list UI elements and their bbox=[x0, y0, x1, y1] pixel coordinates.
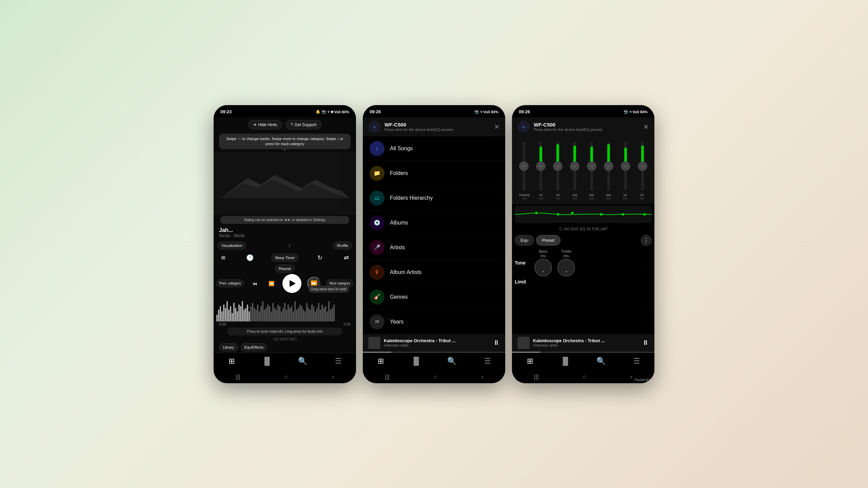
repeat-button[interactable]: Repeat bbox=[275, 265, 294, 273]
close-btn-2[interactable]: ✕ bbox=[494, 123, 500, 131]
wave-bar-33 bbox=[272, 303, 274, 321]
bottom-chart-btn-3[interactable]: ▐▌ bbox=[559, 356, 572, 367]
band-500-label: 500 0,0 bbox=[600, 193, 617, 200]
pause-btn-3[interactable]: ⏸ bbox=[642, 339, 649, 347]
waveform-svg bbox=[220, 168, 349, 198]
bottom-menu-btn[interactable]: ☰ bbox=[332, 356, 345, 367]
freq-62: 62 bbox=[550, 193, 567, 197]
preamp-thumb[interactable] bbox=[519, 161, 529, 171]
wave-bar-9 bbox=[232, 313, 233, 321]
svg-point-4 bbox=[556, 213, 559, 216]
rewind-btn[interactable]: ⏪ bbox=[266, 278, 277, 289]
bottom-search-btn-2[interactable]: 🔍 bbox=[445, 356, 459, 367]
prev-category-button[interactable]: Prev. category bbox=[216, 279, 244, 287]
sys-home-2[interactable]: ○ bbox=[434, 373, 437, 380]
sys-nav-3: ||| ○ ‹ Pocket·lint bbox=[512, 371, 654, 383]
wave-bar-63 bbox=[323, 308, 324, 321]
sys-recent-btn[interactable]: ||| bbox=[236, 373, 240, 380]
band-500-track[interactable] bbox=[607, 142, 610, 191]
list-item-albums[interactable]: 💿 Albums bbox=[363, 211, 505, 235]
sys-recent-2[interactable]: ||| bbox=[385, 373, 390, 380]
close-btn-3[interactable]: ✕ bbox=[643, 123, 649, 131]
equ-effects-button[interactable]: Equ/Effects bbox=[241, 343, 267, 351]
bass-knob[interactable] bbox=[534, 259, 552, 276]
band-62-track[interactable] bbox=[556, 142, 559, 191]
device-header-3[interactable]: ⟡ WF-C500 Press here for the device Auto… bbox=[512, 117, 654, 136]
get-support-button[interactable]: ? Get Support bbox=[285, 120, 321, 130]
bottom-search-btn[interactable]: 🔍 bbox=[296, 356, 310, 367]
svg-point-5 bbox=[571, 212, 574, 214]
bottom-chart-btn-2[interactable]: ▐▌ bbox=[410, 356, 423, 367]
bottom-search-btn-3[interactable]: 🔍 bbox=[594, 356, 608, 367]
band-1k-track[interactable] bbox=[624, 142, 627, 191]
prev-icon-btn[interactable]: ⏮ bbox=[250, 278, 260, 289]
sys-back-2[interactable]: ‹ bbox=[481, 373, 483, 380]
wave-bar-44 bbox=[291, 306, 292, 321]
sys-recent-3[interactable]: ||| bbox=[534, 373, 539, 380]
list-item-genres[interactable]: 🎸 Genres bbox=[363, 285, 505, 310]
shuffle-icon-btn[interactable]: ⇌ bbox=[341, 252, 352, 263]
player-section: Prev. category ⏮ ⏪ ⏩ Next category Drag … bbox=[214, 273, 356, 321]
seek-wavebars[interactable]: (function() { const heights = [20,35,45,… bbox=[214, 294, 356, 321]
val-31: 0,0 bbox=[533, 197, 550, 200]
bottom-grid-btn-2[interactable]: ⊞ bbox=[374, 356, 388, 367]
play-button[interactable] bbox=[282, 274, 301, 293]
band-125-thumb[interactable] bbox=[570, 161, 579, 171]
device-info-2: WF-C500 Press here for the device AutoEQ… bbox=[384, 122, 490, 132]
list-item-years[interactable]: 20 Years bbox=[363, 310, 505, 334]
freq-250: 250 bbox=[583, 193, 600, 197]
sleep-timer-button[interactable]: Sleep Timer bbox=[271, 254, 299, 262]
device-header-2[interactable]: ⟡ WF-C500 Press here for the device Auto… bbox=[363, 117, 505, 136]
equ-tab-button[interactable]: Equ bbox=[515, 235, 534, 246]
sys-back-btn[interactable]: ‹ bbox=[332, 373, 334, 380]
sys-home-3[interactable]: ○ bbox=[583, 373, 587, 380]
treble-knob[interactable] bbox=[557, 259, 575, 276]
band-500-thumb[interactable] bbox=[604, 161, 613, 171]
hide-hints-button[interactable]: ✕ Hide Hints bbox=[248, 120, 282, 130]
list-item-album-artists[interactable]: 🎙 Album Artists bbox=[363, 260, 505, 285]
wave-bar-61 bbox=[320, 310, 321, 321]
band-250-track[interactable] bbox=[590, 142, 593, 191]
now-playing-bar-2[interactable]: Kaleidoscope Orchestra - Tribut ... Unkn… bbox=[363, 334, 505, 352]
list-item-folders[interactable]: 📁 Folders bbox=[363, 161, 505, 186]
band-31-track[interactable] bbox=[539, 142, 542, 191]
eq-curve-container[interactable] bbox=[515, 206, 652, 223]
list-item-artists[interactable]: 🎤 Artists bbox=[363, 235, 505, 260]
list-item-all-songs[interactable]: ♪ All Songs bbox=[363, 136, 505, 161]
meta-tooltip[interactable]: Press to cycle meta info. Long press for… bbox=[227, 328, 342, 335]
wave-bar-62 bbox=[321, 305, 323, 321]
band-1k-thumb[interactable] bbox=[621, 161, 630, 171]
shuffle-button[interactable]: Shuffle bbox=[333, 241, 352, 250]
status-icons-3: 📷 ⟡ Voll 84% bbox=[624, 110, 648, 114]
bottom-chart-btn[interactable]: ▐▌ bbox=[260, 356, 274, 367]
bottom-grid-btn[interactable]: ⊞ bbox=[225, 356, 238, 367]
rating-tooltip: Rating can be switched to ★/♥, or disabl… bbox=[220, 216, 349, 224]
wave-bar-34 bbox=[274, 308, 275, 321]
waveform-icon-btn[interactable]: ≋ bbox=[218, 252, 229, 263]
wave-bar-5 bbox=[225, 308, 226, 321]
band-2k-thumb[interactable] bbox=[638, 161, 647, 171]
preset-tab-button[interactable]: Preset bbox=[536, 235, 560, 246]
timer-icon-btn[interactable]: 🕐 bbox=[244, 252, 255, 263]
visualization-button[interactable]: Visualization bbox=[218, 241, 246, 250]
pause-btn-2[interactable]: ⏸ bbox=[493, 339, 500, 347]
preamp-track[interactable] bbox=[522, 142, 525, 191]
bottom-grid-btn-3[interactable]: ⊞ bbox=[523, 356, 537, 367]
band-62-thumb[interactable] bbox=[553, 161, 563, 171]
list-item-folders-hierarchy[interactable]: 🗂 Folders Hierarchy bbox=[363, 186, 505, 211]
repeat-icon-btn[interactable]: ↻ bbox=[314, 252, 325, 263]
band-250-thumb[interactable] bbox=[587, 161, 596, 171]
band-125-track[interactable] bbox=[573, 142, 576, 191]
eq-more-menu[interactable]: ⋮ bbox=[641, 235, 652, 246]
bottom-menu-btn-3[interactable]: ☰ bbox=[630, 356, 644, 367]
library-button[interactable]: Library bbox=[219, 343, 238, 351]
now-playing-bar-3[interactable]: Kaleidoscope Orchestra - Tribut ... Unkn… bbox=[512, 334, 654, 352]
status-icons-1: 🔔 📷 ⟡ ◈ Voll 84% bbox=[316, 110, 349, 114]
sys-back-3[interactable]: ‹ bbox=[630, 373, 632, 380]
bottom-menu-btn-2[interactable]: ☰ bbox=[481, 356, 494, 367]
sys-home-btn[interactable]: ○ bbox=[284, 373, 288, 380]
band-31-thumb[interactable] bbox=[536, 161, 546, 171]
phone-3: 09:26 📷 ⟡ Voll 84% ⟡ WF-C500 Press here … bbox=[512, 105, 654, 383]
band-2k-track[interactable] bbox=[641, 142, 644, 191]
folders-label: Folders bbox=[390, 170, 408, 176]
